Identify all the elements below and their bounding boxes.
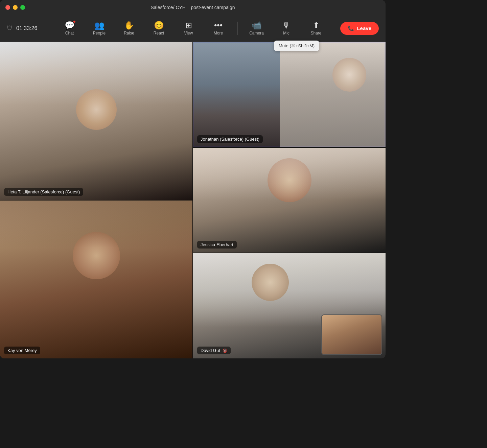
kay-label: Kay von Mérey — [4, 347, 40, 354]
participant-tile-david: David Gut 🔇 — [193, 253, 386, 358]
participant-tile-heta: Heta T. Liljander (Salesforce) (Guest) — [0, 42, 192, 200]
call-timer: 01:33:26 — [16, 25, 37, 31]
mic-label: Mic — [283, 31, 289, 36]
participant-tile-kay: Kay von Mérey — [0, 201, 192, 358]
jessica-video — [193, 148, 386, 253]
video-grid: Heta T. Liljander (Salesforce) (Guest) K… — [0, 42, 386, 358]
kay-bg-top — [0, 201, 192, 248]
share-label: Share — [310, 31, 321, 36]
view-label: View — [184, 31, 193, 36]
camera-label: Camera — [249, 31, 264, 36]
jonathan-video — [193, 42, 386, 147]
raise-hand-icon: ✋ — [124, 21, 134, 29]
react-label: React — [154, 31, 164, 36]
react-icon: 😊 — [154, 21, 164, 29]
share-icon: ⬆ — [313, 21, 320, 29]
chat-notification-badge — [73, 20, 76, 23]
jessica-label: Jessica Eberhart — [197, 241, 237, 249]
chat-label: Chat — [65, 31, 74, 36]
jonathan-name: Jonathan (Salesforce) (Guest) — [201, 137, 259, 142]
jonathan-label: Jonathan (Salesforce) (Guest) — [197, 135, 263, 143]
self-view-video — [322, 315, 381, 354]
jonathan-face — [332, 58, 366, 92]
heta-video — [0, 42, 192, 200]
window-title: Salesforce/ CYH – post-event campaign — [150, 5, 235, 10]
more-label: More — [214, 31, 223, 36]
heta-name: Heta T. Liljander (Salesforce) (Guest) — [7, 189, 80, 194]
share-button[interactable]: ⬆ Share — [303, 17, 330, 40]
shield-icon: 🛡 — [7, 25, 13, 32]
jonathan-landscape-bg — [193, 42, 280, 147]
self-face-bg — [322, 315, 381, 354]
traffic-lights — [5, 5, 25, 10]
raise-label: Raise — [124, 31, 134, 36]
toolbar-left: 🛡 01:33:26 — [7, 25, 37, 32]
more-button[interactable]: ••• More — [205, 17, 232, 40]
people-icon: 👥 — [94, 21, 105, 29]
participant-tile-jessica: Jessica Eberhart — [193, 148, 386, 253]
toolbar: 🛡 01:33:26 💬 Chat 👥 People ✋ Raise 😊 Rea… — [0, 15, 386, 42]
mic-button[interactable]: 🎙 Mic — [273, 17, 300, 40]
heta-room-bg — [0, 42, 192, 105]
raise-hand-button[interactable]: ✋ Raise — [116, 17, 143, 40]
leave-phone-icon: 📞 — [348, 25, 354, 31]
camera-button[interactable]: 📹 Camera — [243, 17, 270, 40]
tooltip-text: Mute (⌘+Shift+M) — [279, 43, 315, 48]
maximize-button[interactable] — [20, 5, 25, 10]
people-button[interactable]: 👥 People — [86, 17, 113, 40]
kay-video — [0, 201, 192, 358]
camera-icon: 📹 — [252, 21, 262, 29]
view-icon: ⊞ — [185, 21, 192, 29]
leave-label: Leave — [357, 25, 371, 31]
jessica-room-bg — [193, 148, 386, 200]
david-label: David Gut 🔇 — [197, 347, 231, 354]
jonathan-room-bg — [280, 42, 386, 147]
mic-icon: 🎙 — [282, 21, 291, 29]
right-column: Jonathan (Salesforce) (Guest) Jessica Eb… — [193, 42, 386, 358]
self-view-pip — [321, 314, 382, 355]
close-button[interactable] — [5, 5, 10, 10]
mute-tooltip: Mute (⌘+Shift+M) — [274, 41, 319, 51]
kay-name: Kay von Mérey — [7, 348, 37, 353]
title-bar: Salesforce/ CYH – post-event campaign — [0, 0, 386, 15]
toolbar-center: 💬 Chat 👥 People ✋ Raise 😊 React ⊞ View •… — [56, 17, 330, 40]
participant-tile-jonathan: Jonathan (Salesforce) (Guest) — [193, 42, 386, 147]
jessica-name: Jessica Eberhart — [201, 242, 233, 247]
view-button[interactable]: ⊞ View — [175, 17, 202, 40]
react-button[interactable]: 😊 React — [145, 17, 172, 40]
chat-button[interactable]: 💬 Chat — [56, 17, 83, 40]
left-column: Heta T. Liljander (Salesforce) (Guest) K… — [0, 42, 192, 358]
more-icon: ••• — [214, 21, 223, 29]
people-label: People — [93, 31, 106, 36]
heta-label: Heta T. Liljander (Salesforce) (Guest) — [4, 188, 83, 196]
toolbar-divider — [237, 22, 238, 35]
chat-icon: 💬 — [65, 21, 75, 29]
david-muted-icon: 🔇 — [223, 349, 227, 353]
leave-button[interactable]: 📞 Leave — [340, 22, 379, 35]
minimize-button[interactable] — [13, 5, 18, 10]
david-name: David Gut — [201, 348, 220, 353]
david-face — [252, 264, 289, 301]
